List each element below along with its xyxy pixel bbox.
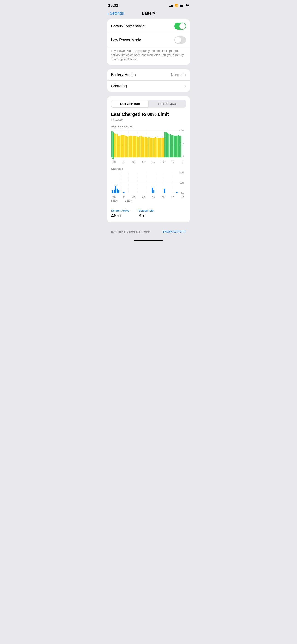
svg-rect-56 — [168, 134, 170, 157]
svg-rect-32 — [136, 136, 138, 157]
back-button[interactable]: ‹ Settings — [107, 11, 124, 16]
svg-rect-80 — [112, 190, 113, 193]
content-area: Battery Percentage Low Power Mode Low Po… — [104, 19, 194, 238]
x-label-12: 12 — [170, 160, 176, 163]
battery-health-card: Battery Health Normal › Charging › — [107, 69, 190, 92]
show-activity-link[interactable]: SHOW ACTIVITY — [162, 230, 186, 233]
low-power-mode-row: Low Power Mode — [107, 33, 190, 47]
battery-health-row[interactable]: Battery Health Normal › — [107, 69, 190, 80]
page-title: Battery — [142, 11, 156, 16]
svg-rect-34 — [139, 136, 140, 157]
ax-label-18: 18 — [111, 196, 118, 199]
usage-by-app-header: BATTERY USAGE BY APP SHOW ACTIVITY — [111, 227, 186, 236]
svg-rect-81 — [114, 190, 115, 193]
svg-rect-18 — [118, 136, 119, 157]
low-power-description: Low Power Mode temporarily reduces backg… — [107, 47, 190, 65]
nav-header: ‹ Settings Battery — [104, 9, 194, 19]
battery-percent: 70 — [186, 4, 189, 7]
activity-x-labels: 18 21 00 03 06 09 12 15 — [111, 196, 186, 199]
segment-last-24-hours[interactable]: Last 24 Hours — [112, 100, 148, 107]
svg-rect-30 — [134, 136, 135, 157]
svg-rect-27 — [130, 136, 131, 157]
svg-text:100%: 100% — [179, 129, 184, 132]
svg-rect-86 — [152, 188, 153, 193]
svg-rect-63 — [178, 135, 179, 157]
status-bar: 15:32 📶 70 — [104, 0, 194, 9]
date-labels: 8 Nov 9 Nov — [111, 199, 186, 202]
x-label-21: 21 — [121, 160, 127, 163]
svg-rect-65 — [180, 136, 182, 157]
x-label-06: 06 — [150, 160, 156, 163]
battery-health-label: Battery Health — [111, 72, 136, 77]
ax-label-21: 21 — [121, 196, 127, 199]
svg-rect-88 — [164, 189, 165, 193]
svg-text:30m: 30m — [180, 182, 184, 184]
svg-rect-39 — [146, 137, 147, 157]
svg-rect-47 — [156, 138, 158, 157]
battery-percentage-row: Battery Percentage — [107, 19, 190, 33]
segment-last-10-days[interactable]: Last 10 Days — [148, 100, 186, 107]
ax-label-00: 00 — [130, 196, 137, 199]
toggle-thumb — [179, 23, 186, 29]
svg-rect-54 — [166, 132, 167, 157]
status-icons: 📶 70 — [169, 4, 189, 7]
activity-label: ACTIVITY — [111, 168, 186, 170]
svg-rect-48 — [158, 138, 159, 157]
svg-point-66 — [112, 157, 114, 159]
svg-rect-35 — [140, 136, 142, 157]
low-power-mode-toggle[interactable] — [174, 36, 186, 44]
activity-chart-wrapper: 60m 30m 0m — [111, 172, 186, 202]
svg-rect-85 — [124, 192, 124, 193]
svg-rect-15 — [114, 133, 115, 157]
svg-rect-49 — [159, 138, 160, 157]
battery-indicator: 70 — [180, 4, 189, 7]
svg-rect-40 — [147, 138, 148, 157]
activity-stats: Screen Active 46m Screen Idle 8m — [111, 209, 186, 219]
x-label-03: 03 — [140, 160, 147, 163]
settings-card: Battery Percentage Low Power Mode Low Po… — [107, 19, 190, 65]
x-label-15: 15 — [180, 160, 186, 163]
charge-subtitle: Fri 19:29 — [111, 118, 186, 122]
screen-active-value: 46m — [111, 213, 130, 219]
bottom-section: BATTERY USAGE BY APP SHOW ACTIVITY — [107, 227, 190, 238]
svg-rect-21 — [122, 135, 123, 157]
svg-text:0m: 0m — [181, 192, 184, 194]
svg-rect-37 — [143, 137, 144, 157]
svg-rect-87 — [153, 190, 154, 193]
ax-label-15: 15 — [180, 196, 186, 199]
ax-label-12: 12 — [170, 196, 176, 199]
chevron-right-icon: › — [185, 73, 186, 77]
screen-idle-value: 8m — [138, 213, 154, 219]
svg-rect-45 — [154, 138, 155, 157]
svg-rect-16 — [115, 134, 116, 157]
battery-percentage-toggle[interactable] — [174, 22, 186, 30]
svg-rect-33 — [138, 137, 139, 157]
svg-rect-50 — [160, 138, 162, 157]
x-label-00: 00 — [130, 160, 137, 163]
svg-rect-61 — [175, 136, 176, 157]
svg-rect-58 — [171, 135, 172, 157]
svg-rect-25 — [127, 136, 128, 157]
svg-rect-55 — [167, 133, 168, 157]
low-power-mode-label: Low Power Mode — [111, 38, 141, 42]
svg-rect-52 — [163, 138, 164, 157]
battery-fill — [180, 4, 184, 7]
svg-rect-26 — [129, 136, 130, 157]
charging-label: Charging — [111, 84, 127, 88]
toggle-thumb-off — [175, 37, 181, 43]
svg-rect-42 — [150, 138, 151, 157]
charging-chevron: › — [185, 84, 186, 88]
svg-rect-82 — [115, 186, 116, 193]
battery-chart-wrapper: 100% 50% 0% — [111, 129, 186, 163]
home-bar — [134, 240, 164, 242]
svg-rect-64 — [179, 136, 180, 157]
date-label-9nov: 9 Nov — [125, 199, 139, 202]
battery-x-labels: 18 21 00 03 06 09 12 15 — [111, 160, 186, 163]
svg-rect-38 — [144, 137, 146, 157]
battery-percentage-label: Battery Percentage — [111, 24, 144, 28]
segment-control[interactable]: Last 24 Hours Last 10 Days — [111, 100, 186, 108]
svg-rect-60 — [174, 136, 175, 157]
charging-row[interactable]: Charging › — [107, 80, 190, 92]
svg-rect-17 — [117, 134, 118, 157]
svg-rect-44 — [152, 138, 154, 157]
